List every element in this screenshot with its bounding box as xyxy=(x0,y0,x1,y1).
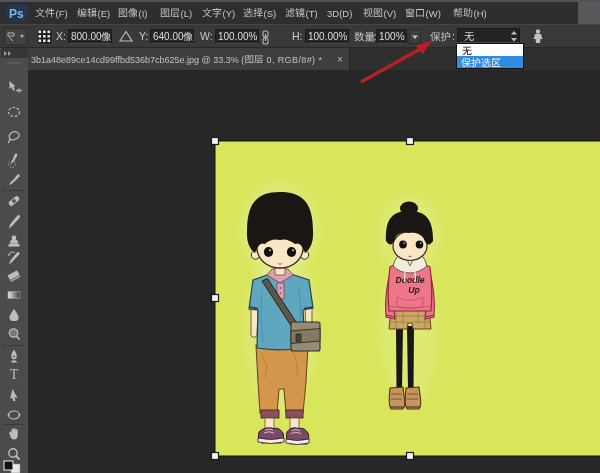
svg-text:(F): (F) xyxy=(56,8,68,19)
svg-text:Ps: Ps xyxy=(9,7,24,21)
svg-text:3D(D): 3D(D) xyxy=(327,8,352,19)
svg-text:T: T xyxy=(10,367,19,382)
svg-text:(L): (L) xyxy=(181,8,193,19)
svg-text:3b1a48e89ce14cd99ffbd536b7cb62: 3b1a48e89ce14cd99ffbd536b7cb625e.jpg @ 3… xyxy=(31,55,244,65)
svg-text:×: × xyxy=(337,54,343,65)
svg-text:640.00: 640.00 xyxy=(153,31,184,42)
svg-text:(S): (S) xyxy=(264,8,277,19)
svg-text:Doodle: Doodle xyxy=(395,275,424,285)
svg-text:(E): (E) xyxy=(98,8,111,19)
svg-text::: : xyxy=(374,30,377,42)
svg-text:W:: W: xyxy=(200,30,213,42)
svg-text:100%: 100% xyxy=(379,31,405,42)
svg-text:Up: Up xyxy=(408,285,419,295)
svg-text:800.00: 800.00 xyxy=(71,31,102,42)
svg-text:(V): (V) xyxy=(384,8,397,19)
svg-text:(H): (H) xyxy=(474,8,487,19)
svg-text:(I): (I) xyxy=(139,8,148,19)
svg-text::: : xyxy=(452,30,455,42)
svg-text:H:: H: xyxy=(292,30,303,42)
svg-text:100.00%: 100.00% xyxy=(218,31,258,42)
svg-text:(T): (T) xyxy=(306,8,318,19)
svg-text:100.00%: 100.00% xyxy=(308,31,348,42)
svg-text:0, RGB/8#) *: 0, RGB/8#) * xyxy=(267,55,323,65)
svg-text:X:: X: xyxy=(56,30,66,42)
svg-text:(Y): (Y) xyxy=(223,8,236,19)
svg-text:Y:: Y: xyxy=(139,30,148,42)
svg-text:(W): (W) xyxy=(426,8,441,19)
